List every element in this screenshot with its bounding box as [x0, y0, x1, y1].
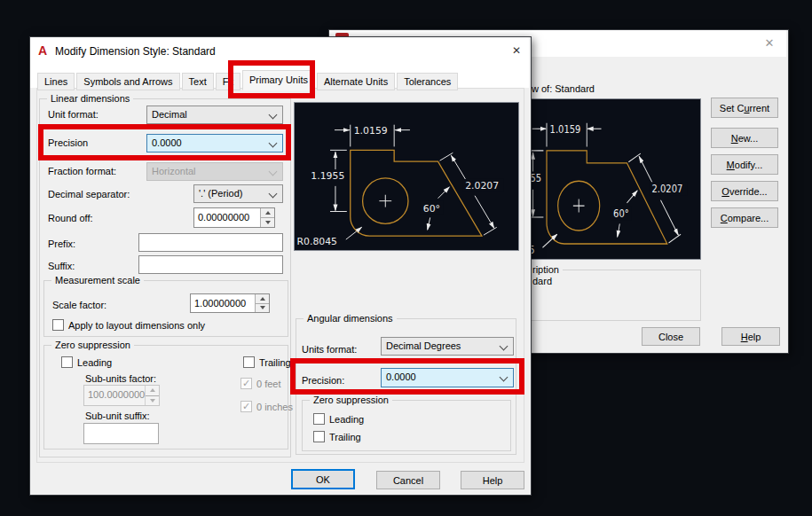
new-button[interactable]: New... — [711, 128, 778, 148]
angular-leading-checkbox[interactable] — [313, 413, 325, 425]
label-mnemonic: M — [727, 160, 735, 170]
linear-dimensions-label: Linear dimensions — [47, 93, 133, 104]
decimal-separator-label: Decimal separator: — [48, 189, 130, 199]
modify-label: Modify... — [727, 160, 763, 170]
help-button[interactable]: Help — [721, 327, 780, 346]
manager-preview-caption: w of: Standard — [532, 83, 595, 94]
desktop-background: ✕ w of: Standard 1.0159 1.1955 — [0, 0, 812, 516]
dialog-title: Modify Dimension Style: Standard — [55, 45, 216, 58]
dim-angle-text: 60° — [613, 207, 629, 220]
spin-up-button — [146, 386, 159, 395]
fraction-format-combo: Horizontal — [146, 162, 283, 181]
measurement-scale-label: Measurement scale — [51, 275, 144, 285]
angular-zero-suppression-group: Zero suppression — [302, 400, 511, 451]
spin-down-button[interactable] — [261, 217, 274, 227]
leading-checkbox[interactable] — [61, 356, 73, 368]
chevron-down-icon — [269, 111, 278, 120]
help-label: Help — [741, 332, 761, 342]
round-off-value: 0.00000000 — [194, 208, 260, 227]
help-label: Help — [483, 475, 503, 486]
set-current-button[interactable]: Set Current — [711, 98, 778, 118]
label-mnemonic: O — [721, 186, 729, 197]
label-post: elp — [748, 332, 761, 342]
chevron-down-icon — [500, 342, 508, 351]
trailing-checkbox[interactable] — [243, 356, 255, 368]
unit-format-value: Decimal — [152, 109, 187, 120]
tab-text[interactable]: Text — [182, 73, 214, 90]
scale-factor-value: 1.00000000 — [191, 294, 255, 312]
spin-down-button[interactable] — [256, 303, 269, 313]
highlight-linear-precision — [38, 124, 291, 160]
label-post: ompare... — [728, 213, 769, 223]
round-off-spinner[interactable]: 0.00000000 — [193, 207, 275, 228]
spin-down-icon — [150, 399, 155, 403]
modify-button[interactable]: Modify... — [711, 154, 778, 175]
prefix-field[interactable] — [138, 233, 283, 252]
suffix-label: Suffix: — [48, 261, 75, 271]
close-icon[interactable]: ✕ — [508, 43, 525, 59]
zero-feet-label: 0 feet — [256, 379, 281, 389]
tab-symbols-and-arrows[interactable]: Symbols and Arrows — [76, 73, 179, 90]
tab-tolerances[interactable]: Tolerances — [397, 73, 458, 90]
angular-dimensions-label: Angular dimensions — [304, 313, 397, 324]
scale-factor-label: Scale factor: — [52, 300, 106, 310]
close-button[interactable]: Close — [642, 327, 700, 346]
override-button[interactable]: Override... — [711, 181, 778, 201]
cancel-button[interactable]: Cancel — [376, 471, 440, 489]
spin-up-icon — [265, 211, 271, 215]
spinner-buttons — [145, 386, 159, 405]
new-label: New... — [731, 133, 759, 144]
autocad-logo-icon: A — [38, 43, 47, 58]
dim-height-text: 1.1955 — [311, 170, 344, 182]
zero-inches-checkbox: ✓ — [240, 401, 252, 412]
tab-alternate-units[interactable]: Alternate Units — [317, 73, 395, 90]
angular-trailing-checkbox[interactable] — [313, 431, 325, 442]
label-post: odify... — [735, 160, 763, 170]
spin-down-button — [146, 395, 159, 406]
label-post: rrent — [750, 103, 770, 113]
unit-format-combo[interactable]: Decimal — [146, 106, 283, 124]
fraction-format-label: Fraction format: — [48, 166, 116, 176]
units-format-label: Units format: — [302, 344, 357, 355]
ok-button[interactable]: OK — [291, 469, 355, 489]
subunit-suffix-label: Sub-unit suffix: — [85, 410, 150, 421]
subunits-factor-spinner: 100.0000000 — [83, 385, 160, 406]
tab-lines[interactable]: Lines — [37, 73, 75, 90]
dialog-title-bar[interactable]: A Modify Dimension Style: Standard ✕ — [30, 37, 529, 62]
description-text: dard — [532, 276, 552, 286]
compare-button[interactable]: Compare... — [711, 207, 778, 228]
decimal-separator-combo[interactable]: '.' (Period) — [193, 184, 283, 203]
subunit-suffix-field[interactable] — [83, 423, 159, 444]
trailing-label: Trailing — [259, 357, 291, 368]
spin-up-icon — [260, 297, 265, 301]
label-mnemonic: C — [721, 213, 728, 223]
description-group-label: ription — [529, 264, 563, 275]
set-current-label: Set Current — [720, 103, 769, 113]
label-post: ew... — [738, 133, 759, 144]
zero-inches-label: 0 inches — [256, 402, 293, 412]
apply-to-layout-checkbox[interactable] — [52, 319, 64, 331]
subunits-factor-label: Sub-units factor: — [85, 373, 156, 384]
suffix-field[interactable] — [138, 255, 283, 274]
unit-format-label: Unit format: — [48, 109, 99, 120]
chevron-down-icon — [269, 168, 278, 176]
compare-label: Compare... — [721, 213, 769, 223]
units-format-value: Decimal Degrees — [386, 340, 461, 351]
scale-factor-spinner[interactable]: 1.00000000 — [190, 293, 270, 313]
angular-zero-suppression-label: Zero suppression — [310, 395, 392, 405]
dim-width-text: 1.0159 — [550, 123, 581, 136]
prefix-label: Prefix: — [48, 238, 75, 249]
spin-up-button[interactable] — [261, 208, 274, 217]
check-icon: ✓ — [242, 401, 250, 411]
help-button[interactable]: Help — [461, 471, 524, 489]
round-off-label: Round off: — [48, 213, 93, 223]
units-format-combo[interactable]: Decimal Degrees — [381, 337, 514, 356]
highlight-primary-units-tab — [228, 60, 315, 98]
close-icon[interactable]: ✕ — [761, 34, 778, 51]
spin-up-icon — [150, 388, 155, 392]
spin-up-button[interactable] — [256, 294, 269, 303]
spin-down-icon — [265, 221, 271, 224]
modify-dimension-style-dialog: A Modify Dimension Style: Standard ✕ Lin… — [29, 36, 532, 496]
label-mnemonic: N — [731, 133, 738, 144]
subunits-factor-value: 100.0000000 — [84, 386, 145, 405]
